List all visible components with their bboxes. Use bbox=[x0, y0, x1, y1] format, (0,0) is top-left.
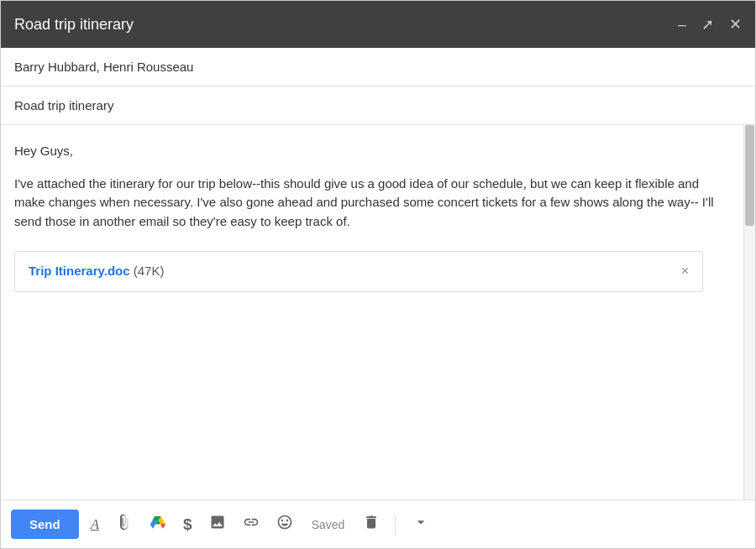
chevron-down-icon bbox=[412, 514, 429, 535]
format-text-icon: A bbox=[91, 516, 99, 533]
body-area: Hey Guys, I've attached the itinerary fo… bbox=[1, 125, 755, 499]
title-bar-controls: – ➚ ✕ bbox=[678, 17, 742, 32]
image-icon bbox=[209, 514, 226, 535]
close-icon: ✕ bbox=[729, 17, 742, 32]
more-options-button[interactable] bbox=[407, 510, 434, 538]
link-icon bbox=[243, 514, 260, 535]
emoji-icon bbox=[276, 514, 293, 535]
drive-button[interactable] bbox=[144, 510, 171, 538]
subject-field[interactable]: Road trip itinerary bbox=[1, 86, 755, 125]
emoji-button[interactable] bbox=[271, 510, 298, 538]
subject-value: Road trip itinerary bbox=[14, 98, 113, 112]
scrollbar[interactable] bbox=[743, 125, 755, 499]
body-greeting: Hey Guys, bbox=[14, 142, 730, 161]
attach-file-icon bbox=[116, 514, 133, 535]
recipients-field[interactable]: Barry Hubbard, Henri Rousseau bbox=[1, 48, 755, 86]
money-button[interactable]: $ bbox=[178, 512, 197, 537]
recipients-value: Barry Hubbard, Henri Rousseau bbox=[14, 60, 193, 74]
toolbar-divider bbox=[395, 515, 396, 535]
saved-label: Saved bbox=[305, 515, 352, 535]
delete-button[interactable] bbox=[358, 510, 385, 538]
attachment-close-button[interactable]: × bbox=[681, 264, 689, 279]
close-button[interactable]: ✕ bbox=[729, 17, 742, 32]
link-button[interactable] bbox=[238, 510, 265, 538]
attachment-name[interactable]: Trip Itinerary.doc bbox=[29, 264, 130, 278]
minimize-button[interactable]: – bbox=[678, 17, 686, 32]
compose-title: Road trip itinerary bbox=[14, 16, 134, 34]
scrollbar-thumb[interactable] bbox=[745, 125, 754, 226]
toolbar: Send A bbox=[1, 499, 755, 548]
attachment-info: Trip Itinerary.doc (47K) bbox=[29, 262, 164, 281]
body-paragraph: I've attached the itinerary for our trip… bbox=[14, 175, 730, 232]
image-button[interactable] bbox=[204, 510, 231, 538]
format-text-button[interactable]: A bbox=[86, 513, 104, 536]
delete-icon bbox=[363, 514, 380, 535]
attachment-size: (47K) bbox=[134, 264, 165, 278]
minimize-icon: – bbox=[678, 17, 686, 32]
attach-file-button[interactable] bbox=[111, 510, 138, 538]
maximize-icon: ➚ bbox=[701, 17, 714, 32]
compose-window: Road trip itinerary – ➚ ✕ Barry Hubbard,… bbox=[0, 0, 756, 549]
body-content[interactable]: Hey Guys, I've attached the itinerary fo… bbox=[1, 125, 743, 499]
attachment-box: Trip Itinerary.doc (47K) × bbox=[14, 251, 703, 292]
drive-icon bbox=[150, 514, 166, 535]
title-bar: Road trip itinerary – ➚ ✕ bbox=[1, 1, 755, 48]
maximize-button[interactable]: ➚ bbox=[701, 17, 714, 32]
money-icon: $ bbox=[183, 515, 192, 534]
send-button[interactable]: Send bbox=[11, 510, 79, 539]
